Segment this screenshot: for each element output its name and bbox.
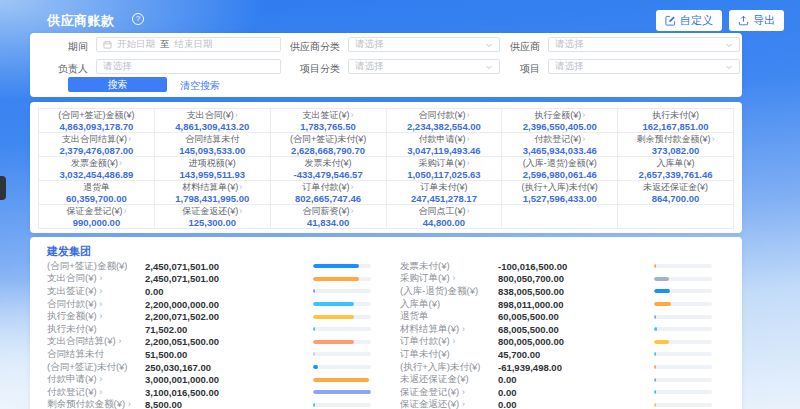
supplier-detail-panel: 建发集团 (合同+签证)金额(¥)2,450,071,501.00支出合同(¥)… <box>30 237 742 409</box>
summary-card-empty <box>502 205 617 228</box>
detail-row: 保证金返还(¥) ›0.00 <box>400 399 712 409</box>
detail-row-label[interactable]: 支出合同结算(¥) › <box>47 335 145 348</box>
detail-row-value: 898,011,000.00 <box>498 299 654 310</box>
summary-card[interactable]: 保证金返还(¥)›125,300.00 <box>155 205 270 228</box>
detail-row-value: 51,500.00 <box>145 349 313 360</box>
detail-row-label[interactable]: 材料结算单(¥) › <box>400 323 498 336</box>
detail-row-label[interactable]: 保证金返还(¥) › <box>400 398 498 409</box>
search-button[interactable]: 搜索 <box>68 77 167 92</box>
detail-row-label[interactable]: 付款申请(¥) › <box>47 373 145 386</box>
project-category-select[interactable]: 请选择 <box>348 59 500 74</box>
detail-row-label[interactable]: 合同付款(¥) › <box>47 298 145 311</box>
value-bar <box>313 365 318 369</box>
summary-card[interactable]: 合同付款(¥)›2,234,382,554.00 <box>387 109 502 132</box>
detail-row-value: 8,500.00 <box>145 399 313 409</box>
value-bar-track <box>313 378 371 382</box>
summary-card[interactable]: 付款申请(¥)›3,047,119,493.46 <box>387 133 502 156</box>
summary-card-value: 2,628,668,790.70 <box>271 145 386 156</box>
owner-select[interactable]: 请选择 <box>96 59 281 74</box>
customize-button[interactable]: 自定义 <box>656 10 722 31</box>
value-bar-track <box>313 289 371 293</box>
sidebar-collapse-handle[interactable] <box>0 176 6 200</box>
detail-row: (入库-退货)金额(¥)838,005,500.00 <box>400 285 712 298</box>
summary-card[interactable]: 采购订单(¥)›1,050,117,025.63 <box>387 157 502 180</box>
value-bar <box>654 327 657 331</box>
summary-card-value: 2,234,382,554.00 <box>387 121 502 132</box>
edit-square-icon <box>665 15 676 26</box>
detail-row-label[interactable]: 订单付款(¥) › <box>400 335 498 348</box>
detail-row-value: 60,005,500.00 <box>498 311 654 322</box>
detail-row-value: 68,005,500.00 <box>498 324 654 335</box>
drilldown-arrow-icon: › <box>466 158 469 168</box>
value-bar-track <box>654 390 712 394</box>
detail-row-label[interactable]: 支出合同(¥) › <box>47 272 145 285</box>
value-bar-track <box>654 302 712 306</box>
drilldown-arrow-icon: › <box>450 335 456 346</box>
summary-card[interactable]: 付款登记(¥)›3,465,934,033.46 <box>502 133 617 156</box>
drilldown-arrow-icon: › <box>128 134 131 144</box>
value-bar-track <box>313 302 371 306</box>
summary-card: 发票未付(¥)-433,479,546.57 <box>271 157 386 180</box>
summary-card: (合同+签证)金额(¥)4,863,093,178.70 <box>39 109 154 132</box>
value-bar <box>313 264 359 268</box>
drilldown-arrow-icon: › <box>459 386 465 397</box>
summary-card: 进项税额(¥)143,959,511.93 <box>155 157 270 180</box>
value-bar <box>654 403 656 407</box>
detail-row-label[interactable]: 剩余预付款金额(¥) › <box>47 398 145 409</box>
detail-row-label[interactable]: 付款登记(¥) › <box>47 386 145 399</box>
date-range-input[interactable]: 开始日期 至 结束日期 <box>96 37 281 52</box>
supplier-group-link[interactable]: 建发集团 <box>47 245 91 258</box>
summary-card[interactable]: 支出合同(¥)›4,861,309,413.20 <box>155 109 270 132</box>
value-bar <box>654 340 669 344</box>
value-bar-track <box>313 327 371 331</box>
summary-card-value: 2,657,339,761.46 <box>618 169 733 180</box>
summary-card[interactable]: 支出合同结算(¥)›2,379,476,087.00 <box>39 133 154 156</box>
detail-row: 退货单60,005,500.00 <box>400 310 712 323</box>
export-button[interactable]: 导出 <box>729 10 784 31</box>
summary-card[interactable]: 合同薪资(¥)›41,834.00 <box>271 205 386 228</box>
summary-card-value: 145,093,533.00 <box>155 145 270 156</box>
summary-card-value: 864,700.00 <box>618 193 733 204</box>
summary-card[interactable]: 剩余预付款金额(¥)›373,082.00 <box>618 133 733 156</box>
summary-card[interactable]: 保证金登记(¥)›990,000.00 <box>39 205 154 228</box>
summary-card[interactable]: 合同点工(¥)›44,800.00 <box>387 205 502 228</box>
detail-row-label[interactable]: 支出签证(¥) › <box>47 285 145 298</box>
summary-card[interactable]: 材料结算单(¥)›1,798,431,995.00 <box>155 181 270 204</box>
project-category-label: 项目分类 <box>268 62 340 76</box>
supplier-category-select[interactable]: 请选择 <box>348 37 500 52</box>
value-bar <box>313 390 371 394</box>
summary-card[interactable]: 订单付款(¥)›802,665,747.46 <box>271 181 386 204</box>
clear-search-link[interactable]: 清空搜索 <box>180 79 220 93</box>
supplier-select[interactable]: 请选择 <box>548 37 740 52</box>
drilldown-arrow-icon: › <box>97 298 103 309</box>
detail-row-label[interactable]: 采购订单(¥) › <box>400 272 498 285</box>
value-bar-track <box>654 365 712 369</box>
value-bar-track <box>654 403 712 407</box>
drilldown-arrow-icon: › <box>466 110 469 120</box>
detail-row: (合同+签证)未付(¥)250,030,167.00 <box>47 361 371 374</box>
summary-card-value: 3,047,119,493.46 <box>387 145 502 156</box>
drilldown-arrow-icon: › <box>239 182 242 192</box>
summary-card[interactable]: 执行金额(¥)›2,396,550,405.00 <box>502 109 617 132</box>
summary-card[interactable]: 发票金额(¥)›3,032,454,486.89 <box>39 157 154 180</box>
summary-card-value: 125,300.00 <box>155 217 270 228</box>
summary-card-value: 1,798,431,995.00 <box>155 193 270 204</box>
value-bar <box>654 352 656 356</box>
drilldown-arrow-icon: › <box>351 206 354 216</box>
project-select[interactable]: 请选择 <box>548 59 740 74</box>
detail-row-label: (合同+签证)未付(¥) <box>47 361 145 374</box>
drilldown-arrow-icon: › <box>119 158 122 168</box>
detail-row: 执行未付(¥)71,502.00 <box>47 323 371 336</box>
detail-row-label: 退货单 <box>400 310 498 323</box>
summary-card[interactable]: 支出签证(¥)›1,783,765.50 <box>271 109 386 132</box>
detail-row-label[interactable]: 执行金额(¥) › <box>47 310 145 323</box>
detail-row-label[interactable]: 保证金登记(¥) › <box>400 386 498 399</box>
period-label: 期间 <box>50 40 88 54</box>
detail-row-value: 0.00 <box>498 399 654 409</box>
drilldown-arrow-icon: › <box>459 398 465 409</box>
drilldown-arrow-icon: › <box>712 134 715 144</box>
value-bar <box>654 315 656 319</box>
detail-row-value: 800,050,700.00 <box>498 273 654 284</box>
help-icon[interactable]: ? <box>132 13 144 25</box>
value-bar <box>654 264 656 268</box>
